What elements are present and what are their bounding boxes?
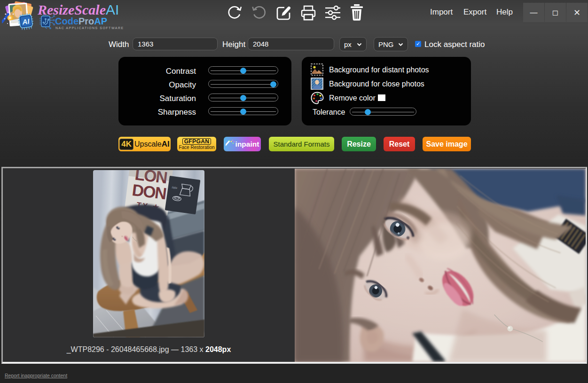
svg-text:AI: AI [21, 17, 30, 26]
